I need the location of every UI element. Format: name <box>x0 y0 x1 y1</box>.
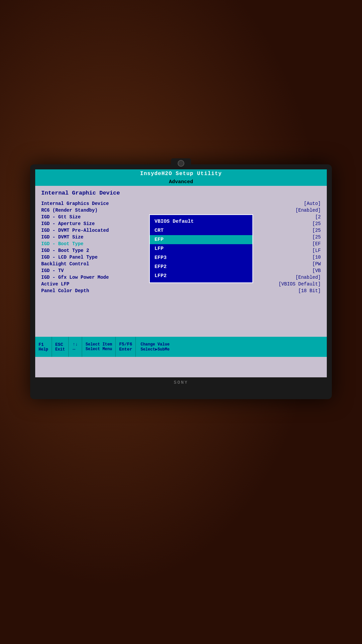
help-f1-desc: Help <box>39 347 48 352</box>
help-right: Change Value Select▶SubMe <box>136 337 174 357</box>
help-change-value: Change Value <box>140 342 169 347</box>
setting-value-7: [LF <box>312 248 321 253</box>
setting-label-8: IGD - LCD Panel Type <box>41 255 98 260</box>
setting-label-3: IGD - Aperture Size <box>41 221 95 226</box>
help-enter-key: Enter <box>119 347 132 352</box>
help-select-menu: Select Menu <box>85 347 112 352</box>
dropdown-item-6[interactable]: LFP2 <box>150 271 252 280</box>
boot-type-dropdown[interactable]: VBIOS Default CRT EFP LFP EFP3 EFP2 LFP2 <box>149 214 253 283</box>
dropdown-item-0[interactable]: VBIOS Default <box>150 217 252 226</box>
help-f5f6-key: F5/F6 <box>119 342 132 347</box>
dropdown-item-1[interactable]: CRT <box>150 226 252 235</box>
setting-value-12: [VBIOS Default] <box>279 281 321 287</box>
tab-advanced[interactable]: Advanced <box>169 179 193 185</box>
help-arrows: ↑↓ ↔ <box>69 337 82 357</box>
dropdown-item-5[interactable]: EFP2 <box>150 262 252 271</box>
setting-value-0: [Auto] <box>304 201 321 206</box>
monitor-brand: SONY <box>174 380 188 385</box>
setting-value-1: [Enabled] <box>295 208 321 213</box>
setting-label-10: IGD - TV <box>41 268 64 273</box>
setting-value-10: [VB <box>312 268 321 273</box>
setting-label-7: IGD - Boot Type 2 <box>41 248 89 253</box>
section-title: Internal Graphic Device <box>41 190 321 196</box>
camera-lens <box>178 160 184 167</box>
setting-value-8: [10 <box>312 255 321 260</box>
dropdown-item-2[interactable]: EFP <box>150 235 252 244</box>
setting-value-2: [2 <box>315 214 321 220</box>
bios-help-bar: F1 Help ESC Exit ↑↓ ↔ Select Item Select… <box>35 337 327 357</box>
help-esc-key: ESC <box>55 342 65 347</box>
bios-content: Internal Graphic Device Internal Graphic… <box>35 186 327 357</box>
setting-label-4: IGD - DVMT Pre-Allocated <box>41 228 109 233</box>
setting-label-5: IGD - DVMT Size <box>41 234 83 240</box>
help-f1: F1 Help <box>35 337 52 357</box>
dropdown-item-4[interactable]: EFP3 <box>150 253 252 262</box>
help-select-item: Select Item <box>85 342 112 347</box>
setting-label-9: Backlight Control <box>41 261 89 267</box>
help-f1-key: F1 <box>39 342 48 347</box>
setting-value-13: [18 Bit] <box>298 288 321 293</box>
help-select-subme: Select▶SubMe <box>140 347 169 352</box>
monitor-screen: InsydeH2O Setup Utility Advanced Interna… <box>35 169 327 377</box>
bios-title-bar: InsydeH2O Setup Utility <box>35 169 327 178</box>
setting-value-6: [EF <box>312 241 321 247</box>
monitor-bottom: SONY <box>35 377 327 388</box>
help-esc: ESC Exit <box>52 337 69 357</box>
bios-nav-bar[interactable]: Advanced <box>35 178 327 186</box>
setting-row-1: RC6 (Render Standby) [Enabled] <box>41 208 321 213</box>
monitor-outer: InsydeH2O Setup Utility Advanced Interna… <box>30 164 332 399</box>
dropdown-item-3[interactable]: LFP <box>150 244 252 253</box>
help-esc-desc: Exit <box>55 347 65 352</box>
setting-label-1: RC6 (Render Standby) <box>41 208 98 213</box>
help-actions: Select Item Select Menu <box>82 337 116 357</box>
help-leftright-key: ↔ <box>73 347 78 352</box>
setting-label-11: IGD - Gfx Low Power Mode <box>41 275 109 280</box>
setting-label-12: Active LFP <box>41 281 69 287</box>
camera-bar <box>171 158 191 168</box>
bios-title: InsydeH2O Setup Utility <box>140 171 222 177</box>
setting-row-13: Panel Color Depth [18 Bit] <box>41 288 321 293</box>
help-f5f6: F5/F6 Enter <box>116 337 136 357</box>
setting-label-13: Panel Color Depth <box>41 288 89 293</box>
setting-value-11: [Enabled] <box>295 275 321 280</box>
help-updown-key: ↑↓ <box>73 342 78 347</box>
setting-value-9: [PW <box>312 261 321 267</box>
setting-value-4: [25 <box>312 228 321 233</box>
setting-value-5: [25 <box>312 234 321 240</box>
setting-label-2: IGD - Gtt Size <box>41 214 81 220</box>
setting-label-6: IGD - Boot Type <box>41 241 83 247</box>
setting-row-0: Internal Graphics Device [Auto] <box>41 201 321 206</box>
setting-label-0: Internal Graphics Device <box>41 201 109 206</box>
setting-value-3: [25 <box>312 221 321 226</box>
